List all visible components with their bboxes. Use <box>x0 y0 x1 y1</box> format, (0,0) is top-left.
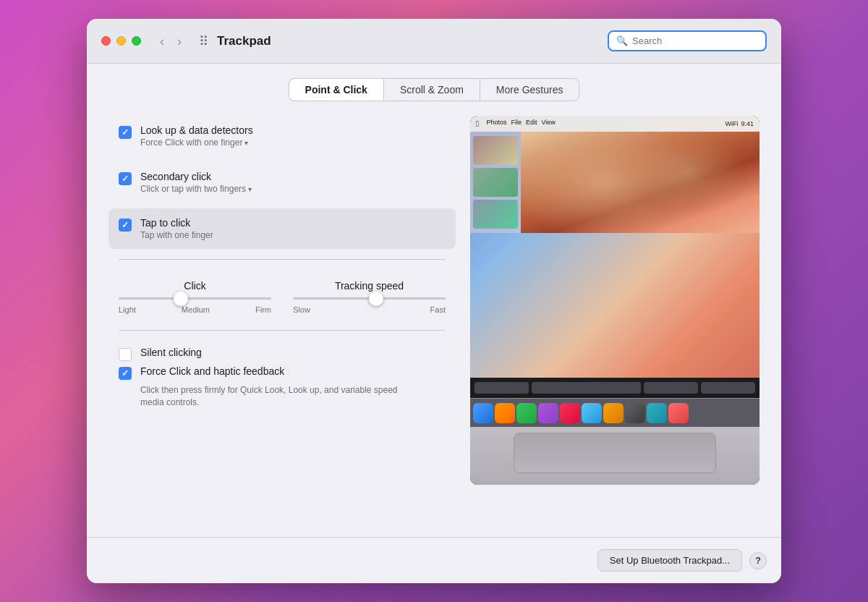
click-min-label: Light <box>119 305 136 314</box>
look-up-subtitle: Force Click with one finger ▾ <box>140 137 253 148</box>
laptop-preview:  Photos File Edit View WiFi 9:41 <box>470 116 760 485</box>
tap-to-click-checkbox[interactable]: ✓ <box>119 219 132 232</box>
silent-clicking-checkbox[interactable] <box>119 348 132 361</box>
look-up-checkbox[interactable]: ✓ <box>119 126 132 139</box>
back-button[interactable]: ‹ <box>156 33 169 49</box>
click-slider[interactable] <box>119 297 271 300</box>
help-button[interactable]: ? <box>749 552 767 569</box>
click-slider-label: Click <box>184 280 205 292</box>
tracking-speed-labels: Slow Fast <box>293 305 446 314</box>
maximize-button[interactable] <box>132 36 141 46</box>
look-up-text: Look up & data detectors Force Click wit… <box>140 124 253 148</box>
force-click-checkbox[interactable]: ✓ <box>119 367 132 380</box>
secondary-click-checkbox[interactable]: ✓ <box>119 172 132 185</box>
force-click-description: Click then press firmly for Quick Look, … <box>140 384 415 409</box>
dock-icon-5 <box>560 403 580 423</box>
sidebar-thumb-2 <box>473 168 518 197</box>
silent-clicking-title: Silent clicking <box>140 347 202 358</box>
photos-main <box>521 132 760 233</box>
divider-2 <box>119 330 446 331</box>
menubar-wifi: WiFi <box>725 120 738 127</box>
click-slider-group: Click Light Medium Firm <box>119 280 271 314</box>
dock-icon-3 <box>516 403 537 423</box>
dock-icon-4 <box>538 403 558 423</box>
dock-icon-10 <box>668 403 689 423</box>
tracking-min-label: Slow <box>293 305 310 314</box>
click-mid-label: Medium <box>182 305 210 314</box>
menubar-view: View <box>541 119 555 129</box>
window-title: Trackpad <box>217 34 599 48</box>
settings-window: ‹ › ⠿ Trackpad 🔍 Point & Click Scroll & … <box>87 19 781 583</box>
look-up-dropdown-icon[interactable]: ▾ <box>244 139 248 147</box>
search-input[interactable] <box>632 35 758 46</box>
face-photo <box>521 132 760 233</box>
close-button[interactable] <box>101 36 111 46</box>
click-slider-labels: Light Medium Firm <box>119 305 271 314</box>
traffic-lights <box>101 36 141 46</box>
taskbar-pill-3 <box>644 382 698 394</box>
divider-1 <box>119 259 446 260</box>
footer-bar: Set Up Bluetooth Trackpad... ? <box>87 537 781 583</box>
taskbar-strip <box>470 378 760 398</box>
laptop-bottom <box>470 427 760 485</box>
search-icon: 🔍 <box>616 35 628 46</box>
forward-button[interactable]: › <box>173 33 186 49</box>
check-icon: ✓ <box>122 369 129 378</box>
secondary-click-subtitle: Click or tap with two fingers ▾ <box>140 184 252 194</box>
tab-scroll-zoom[interactable]: Scroll & Zoom <box>383 78 480 101</box>
tap-to-click-title: Tap to click <box>140 217 213 229</box>
dock-icon-6 <box>582 403 602 423</box>
laptop-screen:  Photos File Edit View WiFi 9:41 <box>470 116 760 378</box>
face-overlay <box>521 132 760 233</box>
main-content: Point & Click Scroll & Zoom More Gesture… <box>87 64 781 537</box>
dock-icon-8 <box>625 403 645 423</box>
tracking-speed-slider-group: Tracking speed Slow Fast <box>293 280 446 314</box>
menubar-time: 9:41 <box>741 120 754 127</box>
tab-point-click[interactable]: Point & Click <box>289 78 383 101</box>
menubar-right: WiFi 9:41 <box>725 120 754 127</box>
preview-panel:  Photos File Edit View WiFi 9:41 <box>470 116 760 522</box>
menubar-app: Photos <box>486 119 506 129</box>
secondary-click-dropdown-icon[interactable]: ▾ <box>248 185 252 193</box>
click-max-label: Firm <box>255 305 271 314</box>
menubar-file: File <box>511 119 522 129</box>
look-up-title: Look up & data detectors <box>140 124 253 136</box>
trackpad-area <box>514 433 716 473</box>
sidebar-thumb-3 <box>473 200 518 229</box>
force-click-row: ✓ Force Click and haptic feedback <box>119 365 446 380</box>
check-icon: ✓ <box>122 221 129 229</box>
bluetooth-button[interactable]: Set Up Bluetooth Trackpad... <box>597 549 742 572</box>
minimize-button[interactable] <box>116 36 126 46</box>
secondary-click-row: ✓ Secondary click Click or tap with two … <box>109 162 456 203</box>
dock-icon-7 <box>603 403 624 423</box>
taskbar-pill-4 <box>701 382 755 394</box>
laptop-app-content <box>470 132 760 233</box>
titlebar: ‹ › ⠿ Trackpad 🔍 <box>87 19 781 64</box>
check-icon: ✓ <box>122 128 129 137</box>
tap-to-click-row: ✓ Tap to click Tap with one finger <box>109 208 456 249</box>
force-click-title: Force Click and haptic feedback <box>140 365 284 377</box>
laptop-menubar:  Photos File Edit View WiFi 9:41 <box>470 116 760 132</box>
tap-to-click-subtitle: Tap with one finger <box>140 230 213 240</box>
settings-panel: ✓ Look up & data detectors Force Click w… <box>109 116 456 522</box>
dock-bar <box>470 398 760 427</box>
tracking-max-label: Fast <box>430 305 446 314</box>
dock-icon-2 <box>495 403 515 423</box>
tab-bar: Point & Click Scroll & Zoom More Gesture… <box>109 78 760 101</box>
main-area: ✓ Look up & data detectors Force Click w… <box>109 116 760 522</box>
silent-clicking-row: Silent clicking <box>119 347 446 361</box>
menubar-left:  Photos File Edit View <box>476 119 720 129</box>
tab-more-gestures[interactable]: More Gestures <box>480 78 580 101</box>
menubar-edit: Edit <box>526 119 537 129</box>
dock-icon-9 <box>647 403 667 423</box>
tracking-speed-slider[interactable] <box>293 297 446 300</box>
sliders-section: Click Light Medium Firm Tracking speed <box>109 270 456 320</box>
look-up-row: ✓ Look up & data detectors Force Click w… <box>109 116 456 156</box>
bottom-settings: Silent clicking ✓ Force Click and haptic… <box>109 341 456 415</box>
search-box: 🔍 <box>608 30 767 51</box>
taskbar-pill-2 <box>532 382 640 394</box>
nav-buttons: ‹ › <box>156 33 186 49</box>
photos-sidebar <box>470 132 521 233</box>
secondary-click-text: Secondary click Click or tap with two fi… <box>140 171 252 194</box>
apple-logo:  <box>476 119 479 129</box>
